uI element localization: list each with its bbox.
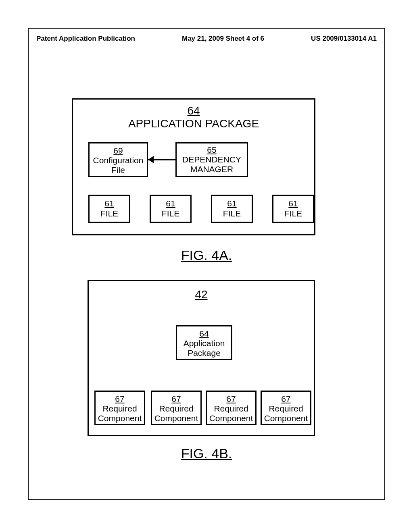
application-package-label1: Application bbox=[177, 339, 231, 348]
arrow-left-icon bbox=[148, 156, 154, 163]
page: Patent Application Publication May 21, 2… bbox=[0, 0, 413, 532]
fig4a-outer-label: APPLICATION PACKAGE bbox=[73, 117, 314, 130]
required-component-label2: Component bbox=[96, 414, 144, 423]
file-box: 61 FILE bbox=[88, 195, 130, 223]
required-component-label2: Component bbox=[262, 414, 310, 423]
file-num: 61 bbox=[90, 198, 129, 208]
config-file-box: 69 Configuration File bbox=[88, 142, 148, 177]
required-component-label1: Required bbox=[96, 404, 144, 414]
header-date-sheet: May 21, 2009 Sheet 4 of 6 bbox=[135, 35, 311, 43]
dependency-manager-box: 65 DEPENDENCY MANAGER bbox=[175, 142, 248, 177]
required-component-box: 67 Required Component bbox=[151, 391, 202, 425]
required-component-num: 67 bbox=[96, 394, 144, 404]
fig4a-outer-num: 64 bbox=[73, 104, 314, 117]
fig4a-caption: FIG. 4A. bbox=[0, 247, 413, 263]
file-num: 61 bbox=[151, 198, 190, 208]
dependency-manager-label2: MANAGER bbox=[177, 164, 247, 174]
file-num: 61 bbox=[212, 198, 252, 208]
dependency-manager-label1: DEPENDENCY bbox=[177, 155, 247, 164]
required-component-num: 67 bbox=[262, 394, 310, 404]
file-box: 61 FILE bbox=[272, 195, 314, 223]
file-num: 61 bbox=[273, 198, 313, 208]
fig4b-container: 42 64 Application Package 67 Required Co… bbox=[88, 280, 315, 436]
required-component-label2: Component bbox=[152, 414, 200, 423]
required-component-box: 67 Required Component bbox=[206, 391, 257, 425]
application-package-label2: Package bbox=[177, 348, 231, 358]
required-component-label1: Required bbox=[207, 404, 255, 414]
file-box: 61 FILE bbox=[211, 195, 253, 223]
required-component-label1: Required bbox=[262, 404, 310, 414]
fig4a-container: 64 APPLICATION PACKAGE 69 Configuration … bbox=[72, 98, 315, 235]
required-component-num: 67 bbox=[152, 394, 200, 404]
config-file-label1: Configuration bbox=[90, 156, 147, 165]
dependency-manager-num: 65 bbox=[177, 145, 247, 155]
required-component-box: 67 Required Component bbox=[94, 391, 145, 425]
file-label: FILE bbox=[273, 208, 313, 218]
required-component-box: 67 Required Component bbox=[261, 391, 311, 425]
page-header: Patent Application Publication May 21, 2… bbox=[36, 35, 377, 43]
required-component-label1: Required bbox=[152, 404, 200, 414]
application-package-num: 64 bbox=[177, 329, 231, 339]
file-label: FILE bbox=[151, 208, 190, 218]
required-component-num: 67 bbox=[207, 394, 255, 404]
file-box: 61 FILE bbox=[150, 195, 192, 223]
config-file-num: 69 bbox=[90, 146, 147, 156]
required-component-label2: Component bbox=[207, 414, 255, 423]
file-label: FILE bbox=[212, 208, 252, 218]
config-file-label2: File bbox=[90, 165, 147, 175]
header-publication: Patent Application Publication bbox=[36, 35, 135, 43]
file-label: FILE bbox=[90, 208, 129, 218]
header-pubno: US 2009/0133014 A1 bbox=[311, 35, 377, 43]
application-package-box: 64 Application Package bbox=[176, 325, 232, 360]
fig4b-outer-num: 42 bbox=[89, 288, 314, 301]
fig4b-caption: FIG. 4B. bbox=[0, 446, 413, 461]
